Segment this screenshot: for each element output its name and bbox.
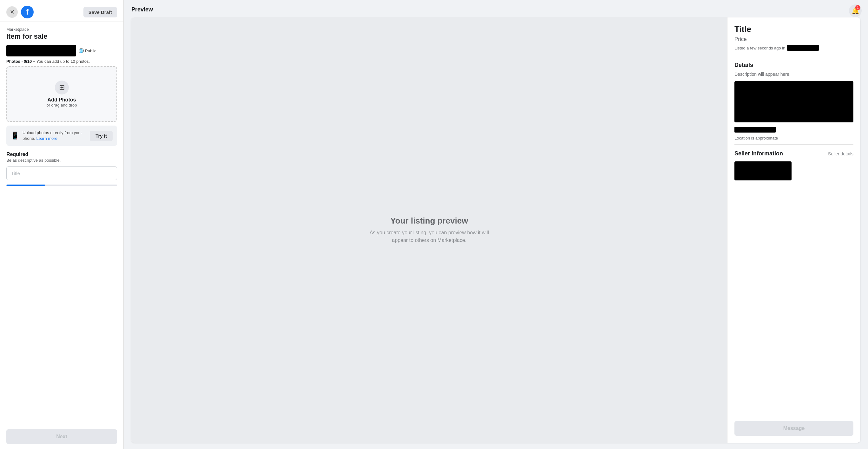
- add-photo-icon: ⊞: [55, 81, 69, 95]
- photo-upload-wrapper: 🌐 Public Photos · 0/10 – You can add up …: [6, 45, 117, 122]
- photos-count-strong: Photos · 0/10 –: [6, 59, 35, 64]
- globe-icon: 🌐: [79, 48, 84, 53]
- preview-listed-text: Listed a few seconds ago in: [735, 46, 785, 51]
- phone-upload-text-area: 📱 Upload photos directly from your phone…: [11, 130, 90, 141]
- drag-drop-label: or drag and drop: [46, 103, 77, 107]
- left-footer: Next: [0, 424, 123, 449]
- preview-content-area: Your listing preview As you create your …: [131, 18, 860, 443]
- left-panel: ✕ f Save Draft Marketplace Item for sale…: [0, 0, 124, 449]
- preview-listed-row: Listed a few seconds ago in: [735, 45, 854, 51]
- preview-seller-row: Seller information Seller details: [735, 150, 854, 157]
- preview-placeholder-subtitle: As you create your listing, you can prev…: [363, 229, 496, 244]
- preview-divider-1: [735, 58, 854, 58]
- notification-badge: 1: [855, 5, 860, 10]
- public-badge: 🌐 Public: [79, 48, 96, 53]
- try-it-button[interactable]: Try It: [90, 131, 113, 141]
- right-panel: 🔔 1 Preview Your listing preview As you …: [124, 0, 868, 449]
- preview-sidebar: Title Price Listed a few seconds ago in …: [727, 18, 860, 443]
- preview-header: Preview: [131, 6, 860, 13]
- preview-listed-location-box: [787, 45, 819, 51]
- page-title: Item for sale: [6, 32, 117, 40]
- preview-location-box: [735, 127, 776, 132]
- phone-upload-row: 📱 Upload photos directly from your phone…: [6, 126, 117, 146]
- preview-map-image: [735, 81, 854, 122]
- close-button[interactable]: ✕: [6, 6, 18, 18]
- photo-drop-area[interactable]: ⊞ Add Photos or drag and drop: [6, 66, 117, 122]
- header-icons: ✕ f: [6, 6, 34, 19]
- user-avatar-row: 🌐 Public: [6, 45, 117, 57]
- save-draft-button[interactable]: Save Draft: [84, 7, 117, 18]
- photos-count-label: Photos · 0/10 – You can add up to 10 pho…: [6, 59, 117, 64]
- public-label: Public: [85, 49, 96, 53]
- left-content: Marketplace Item for sale 🌐 Public Photo…: [0, 22, 123, 424]
- progress-bar-container: [6, 185, 117, 186]
- phone-upload-desc: Upload photos directly from your phone. …: [23, 130, 90, 141]
- preview-message-button[interactable]: Message: [735, 421, 854, 436]
- top-right-area: 🔔 1: [849, 4, 862, 17]
- facebook-logo: f: [21, 6, 34, 19]
- preview-seller-avatar: [735, 161, 792, 181]
- preview-title: Title: [735, 24, 854, 34]
- learn-more-link[interactable]: Learn more: [36, 136, 57, 141]
- title-input[interactable]: [6, 166, 117, 180]
- notification-bell[interactable]: 🔔 1: [849, 4, 862, 17]
- preview-price: Price: [735, 36, 854, 42]
- preview-divider-2: [735, 144, 854, 145]
- marketplace-label: Marketplace: [6, 27, 117, 32]
- preview-location-approx: Location is approximate: [735, 136, 854, 140]
- preview-seller-label: Seller information: [735, 150, 783, 157]
- required-label: Required: [6, 152, 117, 157]
- user-avatar: [6, 45, 76, 57]
- left-header: ✕ f Save Draft: [0, 0, 123, 22]
- preview-details-label: Details: [735, 62, 854, 68]
- preview-description-text: Description will appear here.: [735, 72, 854, 77]
- required-section: Required Be as descriptive as possible.: [6, 152, 117, 186]
- next-button[interactable]: Next: [6, 429, 117, 444]
- preview-placeholder-title: Your listing preview: [390, 216, 468, 226]
- add-photos-label: Add Photos: [48, 97, 76, 103]
- phone-icon: 📱: [11, 132, 19, 140]
- preview-main: Your listing preview As you create your …: [131, 18, 727, 443]
- required-sublabel: Be as descriptive as possible.: [6, 158, 117, 163]
- preview-seller-details: Seller details: [828, 151, 854, 156]
- photos-count-sublabel: You can add up to 10 photos.: [36, 59, 90, 64]
- progress-bar-fill: [6, 185, 45, 186]
